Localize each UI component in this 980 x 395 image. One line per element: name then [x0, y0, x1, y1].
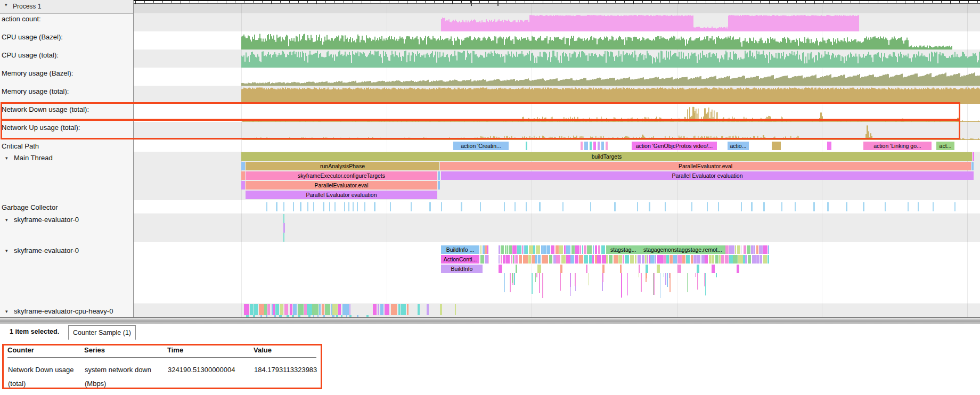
collapse-arrow-icon[interactable]: ▾ — [5, 215, 8, 225]
evaluator-slice[interactable] — [267, 304, 270, 315]
evaluator-slice[interactable] — [522, 245, 523, 254]
evaluator-slice[interactable] — [606, 255, 608, 264]
evaluator-slice[interactable] — [373, 304, 377, 315]
evaluator-slice[interactable] — [756, 245, 759, 254]
evaluator-slice[interactable] — [546, 255, 548, 264]
evaluator-slice[interactable] — [488, 255, 489, 264]
main-thread-slice[interactable] — [241, 162, 245, 170]
evaluator-slice[interactable] — [551, 245, 554, 254]
evaluator-slice[interactable] — [553, 255, 556, 264]
gc-tick[interactable] — [718, 202, 719, 211]
evaluator-slice[interactable] — [556, 245, 559, 254]
evaluator-slice[interactable] — [499, 255, 500, 264]
evaluator-slice[interactable] — [535, 255, 537, 264]
evaluator-slice[interactable] — [733, 255, 738, 264]
evaluator-slice[interactable] — [499, 245, 500, 254]
evaluator-slice[interactable] — [697, 265, 699, 273]
evaluator-slice[interactable] — [712, 255, 714, 264]
evaluator-slice[interactable] — [338, 304, 341, 315]
evaluator-slice[interactable] — [519, 255, 522, 264]
gc-tick[interactable] — [751, 202, 753, 211]
gc-tick[interactable] — [741, 202, 742, 211]
evaluator-slice[interactable] — [721, 255, 724, 264]
gc-tick[interactable] — [323, 202, 324, 211]
panel-splitter[interactable] — [0, 317, 980, 324]
evaluator-slice[interactable] — [561, 255, 566, 264]
evaluator-slice[interactable] — [759, 245, 763, 254]
main-thread-slice[interactable]: runAnalysisPhase — [246, 162, 439, 170]
gc-tick[interactable] — [504, 202, 505, 211]
evaluator-slice[interactable] — [584, 255, 588, 264]
gc-tick[interactable] — [514, 202, 516, 211]
evaluator-slice[interactable] — [741, 245, 741, 254]
evaluator-slice[interactable] — [712, 265, 714, 273]
evaluator-slice[interactable] — [735, 245, 737, 254]
evaluator-slice[interactable] — [517, 245, 521, 254]
main-thread-slice[interactable] — [241, 181, 245, 190]
critical-path-slice[interactable]: action 'Creatin... — [453, 142, 509, 150]
evaluator-slice[interactable] — [549, 255, 552, 264]
evaluator-slice[interactable] — [649, 255, 650, 264]
evaluator-slice[interactable] — [593, 245, 594, 254]
evaluator-slice[interactable] — [250, 304, 254, 315]
evaluator-slice[interactable] — [719, 255, 721, 264]
critical-path-slice[interactable] — [827, 142, 831, 150]
gc-tick[interactable] — [480, 202, 481, 211]
evaluator-slice[interactable] — [650, 255, 654, 264]
evaluator-slice[interactable] — [293, 304, 297, 315]
evaluator-slice[interactable] — [609, 255, 613, 264]
gc-tick[interactable] — [795, 202, 796, 211]
main-thread-slice[interactable]: Parallel Evaluator evaluation — [441, 171, 974, 180]
table-row[interactable]: Network Down usage (total) system networ… — [7, 358, 316, 392]
evaluator-slice[interactable] — [525, 245, 528, 254]
collapse-arrow-icon[interactable]: ▾ — [5, 2, 7, 7]
evaluator-slice[interactable]: ActionConti... — [441, 255, 479, 264]
evaluator-slice[interactable]: stagstag...stagagemonstaggstage.remot... — [606, 245, 725, 254]
gc-tick[interactable] — [353, 202, 354, 211]
evaluator-slice[interactable] — [725, 255, 729, 264]
critical-path-slice[interactable] — [581, 142, 583, 150]
collapse-arrow-icon[interactable]: ▾ — [5, 307, 8, 316]
evaluator-slice[interactable] — [342, 304, 349, 315]
evaluator-slice[interactable] — [280, 304, 283, 315]
gc-tick[interactable] — [885, 202, 886, 211]
evaluator-slice[interactable] — [485, 255, 488, 264]
evaluator-slice[interactable] — [304, 304, 307, 315]
evaluator-slice[interactable] — [589, 255, 592, 264]
gc-tick[interactable] — [276, 202, 277, 211]
critical-path-slice[interactable]: act... — [936, 142, 954, 150]
evaluator-slice[interactable] — [602, 255, 607, 264]
evaluator-slice[interactable] — [630, 255, 634, 264]
evaluator-slice[interactable] — [511, 255, 512, 264]
evaluator-slice[interactable] — [666, 255, 669, 264]
evaluator-slice[interactable] — [385, 304, 389, 315]
evaluator-slice[interactable] — [533, 245, 535, 254]
evaluator-slice[interactable] — [307, 304, 312, 315]
gc-tick[interactable] — [691, 202, 692, 211]
evaluator-slice[interactable] — [693, 255, 697, 264]
collapse-arrow-icon[interactable]: ▾ — [5, 153, 8, 163]
evaluator-slice[interactable] — [380, 304, 383, 315]
main-thread-slice[interactable]: buildTargets — [241, 152, 972, 161]
evaluator-slice[interactable]: BuildInfo — [441, 265, 483, 273]
evaluator-slice[interactable] — [480, 245, 481, 254]
viewport-handle-icon[interactable] — [471, 1, 472, 6]
evaluator-slice[interactable]: BuildInfo ... — [441, 245, 479, 254]
evaluator-slice[interactable] — [763, 255, 767, 264]
evaluator-slice[interactable] — [501, 255, 502, 264]
evaluator-slice[interactable] — [538, 255, 541, 264]
evaluator-slice[interactable] — [657, 265, 659, 273]
gc-tick[interactable] — [390, 202, 391, 211]
critical-path-slice[interactable] — [598, 142, 600, 150]
evaluator-slice[interactable] — [745, 255, 748, 264]
evaluator-slice[interactable] — [579, 255, 583, 264]
evaluator-slice[interactable] — [664, 255, 666, 264]
evaluator-slice[interactable] — [575, 255, 578, 264]
evaluator-slice[interactable] — [325, 304, 331, 315]
evaluator-slice[interactable] — [537, 265, 541, 273]
evaluator-slice[interactable] — [760, 255, 762, 264]
collapse-arrow-icon[interactable]: ▾ — [5, 246, 8, 256]
evaluator-slice[interactable] — [509, 245, 512, 254]
evaluator-slice[interactable] — [635, 255, 637, 264]
evaluator-slice[interactable] — [418, 304, 420, 315]
